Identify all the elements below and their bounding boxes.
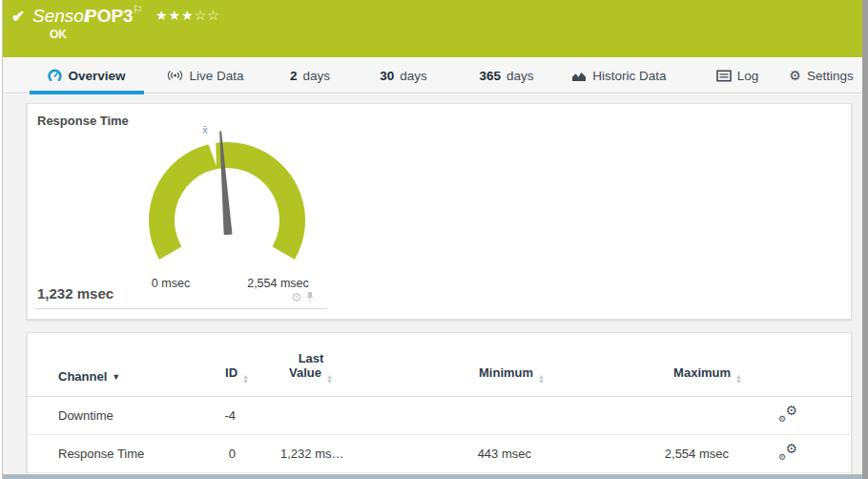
tab-settings[interactable]: ⚙ Settings: [783, 57, 859, 94]
tab-2-days[interactable]: 2 days: [278, 57, 342, 94]
tab-log-label: Log: [737, 69, 759, 83]
tab-live-data[interactable]: Live Data: [160, 57, 251, 94]
tab-365-days-label: days: [506, 69, 534, 83]
channel-settings-gears-icon[interactable]: ⚙⚙: [778, 406, 797, 423]
channel-table-panel: Channel▼ ID▲▼ Last Value▲▼ Minimum▲▼ Max…: [27, 332, 852, 479]
tab-historic-data[interactable]: Historic Data: [566, 57, 672, 94]
tab-settings-label: Settings: [807, 69, 854, 83]
gauge-icon: [48, 69, 62, 83]
gauge-toolbar: ⚙: [291, 291, 315, 303]
channel-table: Channel▼ ID▲▼ Last Value▲▼ Minimum▲▼ Max…: [28, 333, 853, 473]
last-value-header-line1: Last: [249, 351, 373, 365]
sensor-type-label: Sensor: [32, 6, 90, 27]
column-header-minimum[interactable]: Minimum▲▼: [373, 333, 545, 397]
maximum-cell: 2,554 msec: [545, 435, 742, 473]
table-row-downtime: Downtime -4 ⚙⚙: [28, 397, 853, 435]
pin-icon[interactable]: [305, 291, 315, 303]
table-header-row: Channel▼ ID▲▼ Last Value▲▼ Minimum▲▼ Max…: [28, 333, 853, 397]
maximum-header-label: Maximum: [673, 365, 731, 380]
tab-live-data-label: Live Data: [189, 69, 243, 83]
last-value-header-line2: Value: [289, 365, 321, 380]
column-header-id[interactable]: ID▲▼: [190, 333, 249, 397]
actions-cell: ⚙⚙: [742, 435, 853, 473]
column-header-actions: [742, 333, 853, 397]
scrollbar-track[interactable]: [862, 0, 868, 479]
gauge-settings-gear-icon[interactable]: ⚙: [291, 291, 302, 303]
prtg-sensor-page: ✔ Sensor POP3 ⚐ ★★★☆☆ OK Overview Live D…: [0, 0, 868, 479]
tab-overview-label: Overview: [68, 69, 125, 83]
last-value-cell: 1,232 ms…: [249, 435, 373, 473]
id-header-label: ID: [225, 365, 238, 380]
column-header-channel[interactable]: Channel▼: [28, 333, 190, 397]
sort-icon: ▲▼: [538, 374, 545, 384]
channel-settings-gears-icon[interactable]: ⚙⚙: [778, 444, 797, 461]
id-cell: -4: [190, 397, 249, 435]
column-header-last-value[interactable]: Last Value▲▼: [249, 333, 373, 397]
sorted-desc-icon: ▼: [112, 372, 120, 382]
tab-30-days-label: days: [400, 69, 427, 83]
minimum-header-label: Minimum: [479, 365, 533, 380]
priority-stars[interactable]: ★★★☆☆: [155, 8, 220, 23]
sort-icon: ▲▼: [242, 374, 249, 384]
priority-flag-icon[interactable]: ⚐: [133, 3, 143, 16]
tab-365-days[interactable]: 365 days: [465, 57, 548, 94]
average-marker-label: x̄: [202, 124, 208, 135]
page-footer-edge: [3, 474, 862, 479]
channel-cell: Downtime: [28, 397, 190, 435]
historic-chart-icon: [571, 70, 587, 82]
response-time-gauge: x̄: [132, 123, 322, 276]
last-value-cell: [249, 397, 373, 435]
maximum-cell: [545, 397, 742, 435]
gauge-current-value: 1,232 msec: [37, 285, 114, 302]
tab-30-days-number: 30: [380, 69, 394, 83]
tab-historic-data-label: Historic Data: [592, 69, 666, 83]
minimum-cell: [373, 397, 545, 435]
sensor-header: ✔ Sensor POP3 ⚐ ★★★☆☆ OK: [3, 0, 862, 57]
tab-overview[interactable]: Overview: [30, 57, 144, 94]
tab-365-days-number: 365: [479, 69, 501, 83]
status-ok-check-icon: ✔: [11, 7, 25, 27]
channel-cell: Response Time: [28, 435, 190, 473]
tab-log[interactable]: Log: [709, 57, 766, 94]
id-cell: 0: [190, 435, 249, 473]
window-left-edge: [2, 0, 3, 479]
actions-cell: ⚙⚙: [742, 397, 853, 435]
log-list-icon: [716, 70, 732, 82]
tab-bar: Overview Live Data 2 days 30 days 365 da…: [3, 57, 862, 94]
settings-gear-icon: ⚙: [789, 69, 801, 82]
gauge-title: Response Time: [37, 114, 129, 128]
tab-2-days-label: days: [302, 69, 330, 83]
gauge-max-label: 2,554 msec: [233, 277, 323, 290]
response-time-gauge-panel: Response Time x̄ 0 msec 2,554 msec 1,232…: [27, 103, 852, 320]
live-signal-icon: [167, 69, 183, 82]
sensor-status-badge: OK: [50, 28, 67, 41]
tab-30-days[interactable]: 30 days: [368, 57, 439, 94]
channel-header-label: Channel: [58, 369, 107, 384]
tab-2-days-number: 2: [290, 69, 298, 83]
minimum-cell: 443 msec: [373, 435, 545, 473]
table-row-response-time: Response Time 0 1,232 ms… 443 msec 2,554…: [28, 435, 853, 473]
active-tab-underline: [30, 91, 144, 94]
sort-icon: ▲▼: [326, 374, 333, 384]
sensor-name: POP3: [85, 6, 134, 27]
gauge-widget-divider: [35, 308, 327, 309]
column-header-maximum[interactable]: Maximum▲▼: [545, 333, 742, 397]
gauge-min-label: 0 msec: [128, 277, 214, 290]
sort-icon: ▲▼: [735, 374, 742, 384]
